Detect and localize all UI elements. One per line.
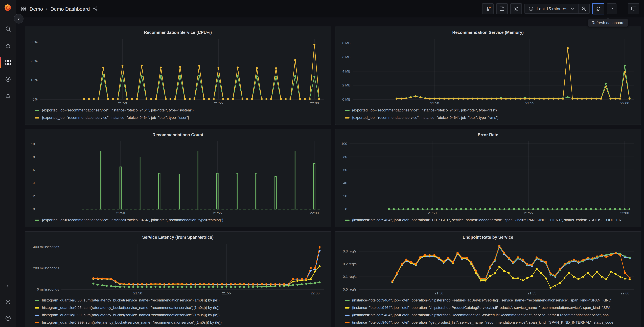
legend-item[interactable]: {exported_job="recommendationservice", i… [34, 107, 327, 114]
svg-text:21:50: 21:50 [116, 211, 125, 215]
time-picker-group: Last 15 minutes [524, 4, 590, 14]
panel-title[interactable]: Error Rate [338, 131, 637, 139]
legend-item[interactable]: histogram_quantile(0.95, sum(rate(latenc… [34, 304, 327, 311]
panel-recommendation-service-memory: Recommendation Service (Memory) 0 MB2 MB… [335, 26, 641, 125]
refresh-interval-dropdown[interactable] [607, 3, 616, 14]
sidebar-item-help[interactable] [5, 314, 12, 322]
svg-text:400 milliseconds: 400 milliseconds [33, 245, 59, 249]
svg-text:21:50: 21:50 [430, 101, 439, 105]
panel-title[interactable]: Recommendation Service (Memory) [338, 29, 637, 36]
breadcrumb-page[interactable]: Demo Dashboard [50, 6, 90, 12]
legend-label: histogram_quantile(0.99, sum(rate(latenc… [42, 312, 220, 318]
legend-item[interactable]: {instance="otelcol:9464", job="otel", op… [345, 319, 637, 326]
legend: {instance="otelcol:9464", job="otel", op… [338, 296, 637, 327]
chart-recommendations-count[interactable]: 024681021:5021:5522:00 [28, 139, 327, 216]
svg-text:0: 0 [33, 207, 35, 211]
svg-text:8: 8 [33, 155, 35, 159]
legend-swatch [34, 300, 39, 301]
legend-item[interactable]: {instance="otelcol:9464", job="otel", op… [345, 297, 637, 304]
share-icon[interactable] [93, 6, 98, 12]
svg-text:21:55: 21:55 [527, 291, 536, 295]
chart-service-latency[interactable]: 0 milliseconds200 milliseconds400 millis… [28, 241, 327, 296]
grafana-logo[interactable] [4, 3, 12, 12]
breadcrumb-separator: / [46, 6, 47, 12]
explore-compass-icon [5, 76, 12, 82]
top-navigation-bar: Demo / Demo Dashboard Last 15 minutes [16, 0, 644, 18]
sidebar-item-starred[interactable] [0, 42, 16, 50]
legend-item[interactable]: {exported_job="recommendationservice", i… [345, 114, 637, 121]
dashboard-settings-button[interactable] [510, 3, 522, 14]
legend-label: {instance="otelcol:9464", job="otel", op… [352, 319, 616, 326]
panel-title[interactable]: Service Latency (from SpanMetrics) [28, 234, 327, 241]
sidebar-item-alerting[interactable] [0, 92, 16, 100]
sidebar-item-search[interactable] [0, 25, 16, 33]
legend-label: histogram_quantile(0.999, sum(rate(laten… [42, 319, 222, 326]
cycle-view-mode-button[interactable] [628, 3, 639, 14]
legend-item[interactable]: histogram_quantile(0.50, sum(rate(latenc… [34, 297, 327, 304]
legend-item[interactable]: {instance="otelcol:9464", job="otel", op… [345, 217, 637, 223]
time-range-picker[interactable]: Last 15 minutes [525, 4, 578, 14]
svg-text:22:00: 22:00 [620, 291, 629, 295]
svg-text:0.1 req/s: 0.1 req/s [343, 275, 356, 278]
svg-text:21:55: 21:55 [525, 101, 534, 105]
legend-swatch [34, 220, 39, 221]
legend-label: {instance="otelcol:9464", job="otel", op… [352, 217, 621, 223]
legend-label: {exported_job="recommendationservice", i… [42, 217, 223, 223]
svg-text:0 milliseconds: 0 milliseconds [37, 288, 59, 291]
panel-service-latency: Service Latency (from SpanMetrics) 0 mil… [25, 231, 331, 327]
chart-cpu-percent[interactable]: 0%10%20%30%21:5021:5522:00 [28, 36, 327, 106]
svg-text:21:50: 21:50 [428, 211, 436, 215]
svg-text:60: 60 [343, 168, 347, 172]
svg-text:21:55: 21:55 [213, 211, 222, 215]
chart-endpoint-rate[interactable]: 0.0 req/s0.1 req/s0.2 req/s0.3 req/s21:5… [338, 241, 637, 296]
sidebar-item-dashboards[interactable] [0, 58, 16, 66]
sidebar-item-sign-in[interactable] [5, 282, 12, 290]
sidebar-item-explore[interactable] [0, 75, 16, 83]
zoom-out-time-range-button[interactable] [578, 4, 589, 14]
chart-memory[interactable]: 0 MB2 MB4 MB6 MB8 MB21:5021:5522:00 [338, 36, 637, 106]
dashboards-grid-icon [5, 59, 12, 66]
svg-text:80: 80 [343, 155, 347, 159]
svg-text:22:00: 22:00 [311, 291, 320, 295]
legend: histogram_quantile(0.50, sum(rate(latenc… [28, 296, 327, 327]
save-dashboard-button[interactable] [496, 3, 508, 14]
breadcrumb-section[interactable]: Demo [30, 6, 43, 12]
svg-text:20%: 20% [30, 59, 38, 63]
panel-recommendations-count: Recommendations Count 024681021:5021:552… [25, 129, 331, 227]
svg-text:100: 100 [341, 142, 347, 146]
legend: {instance="otelcol:9464", job="otel", op… [338, 216, 637, 225]
legend-item[interactable]: {instance="otelcol:9464", job="otel", op… [345, 312, 637, 318]
sidebar-item-settings[interactable] [5, 298, 12, 306]
legend-item[interactable]: {exported_job="recommendationservice", i… [34, 217, 327, 223]
svg-text:0.2 req/s: 0.2 req/s [343, 262, 356, 266]
svg-text:21:50: 21:50 [133, 291, 142, 295]
legend-item[interactable]: {exported_job="recommendationservice", i… [345, 107, 637, 114]
dashboards-grid-icon [21, 6, 26, 12]
sign-in-icon [5, 283, 12, 290]
svg-text:0.3 req/s: 0.3 req/s [343, 249, 356, 253]
expand-sidebar-button[interactable] [14, 14, 24, 24]
legend-swatch [345, 314, 349, 316]
add-panel-button[interactable] [482, 3, 494, 14]
legend-item[interactable]: histogram_quantile(0.99, sum(rate(latenc… [34, 312, 327, 318]
legend-swatch [34, 322, 39, 323]
legend-label: {instance="otelcol:9464", job="otel", op… [352, 304, 610, 311]
svg-text:10: 10 [31, 142, 35, 146]
svg-text:8 MB: 8 MB [342, 41, 350, 45]
panel-title[interactable]: Endpoint Rate by Service [338, 234, 637, 241]
chart-error-rate[interactable]: 02040608010021:5021:5522:00 [338, 139, 637, 216]
svg-text:21:50: 21:50 [118, 101, 127, 105]
add-panel-icon [485, 6, 491, 12]
legend-swatch [34, 307, 39, 308]
refresh-dashboard-button[interactable] [592, 3, 604, 14]
legend-item[interactable]: {exported_job="recommendationservice", i… [34, 114, 327, 121]
legend-item[interactable]: {instance="otelcol:9464", job="otel", op… [345, 304, 637, 311]
refresh-icon [595, 6, 601, 12]
panel-title[interactable]: Recommendations Count [28, 131, 327, 139]
zoom-out-icon [581, 6, 587, 12]
legend-swatch [34, 117, 39, 118]
svg-text:22:00: 22:00 [620, 211, 629, 215]
save-dashboard-icon [499, 6, 505, 12]
panel-title[interactable]: Recommendation Service (CPU%) [28, 29, 327, 36]
legend-item[interactable]: histogram_quantile(0.999, sum(rate(laten… [34, 319, 327, 326]
